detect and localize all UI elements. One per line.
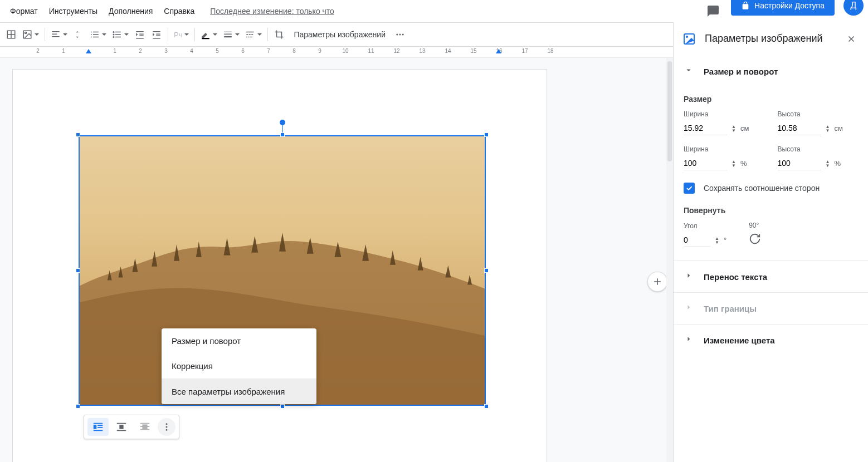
height-pct-input[interactable]: [778, 156, 821, 170]
rotate-90-button[interactable]: [749, 237, 761, 247]
sidebar-title: Параметры изображений: [705, 33, 835, 45]
resize-handle-tl[interactable]: [76, 132, 80, 137]
ruler-tick: 17: [521, 48, 528, 54]
width-cm-input[interactable]: [684, 121, 727, 135]
svg-point-2: [25, 32, 27, 34]
image-options-button[interactable]: Параметры изображений: [288, 30, 391, 39]
chevron-right-icon: [684, 302, 694, 314]
scrollbar-thumb[interactable]: [667, 61, 672, 161]
svg-point-3: [113, 31, 115, 33]
insert-image-button[interactable]: [20, 26, 41, 43]
height-pct-label: Высота: [778, 145, 859, 153]
popup-size-rotate[interactable]: Размер и поворот: [162, 328, 316, 353]
angle-stepper[interactable]: ▲▼: [715, 237, 719, 244]
add-comment-button[interactable]: [647, 272, 667, 292]
document-canvas[interactable]: [0, 58, 673, 462]
resize-handle-ml[interactable]: [76, 268, 80, 273]
lock-aspect-checkbox-row[interactable]: Сохранять соотношение сторон: [684, 183, 858, 194]
image-options-sidebar: Параметры изображений Размер и поворот Р…: [673, 22, 868, 462]
lock-aspect-checkbox[interactable]: [684, 183, 695, 194]
border-style-button[interactable]: [243, 26, 264, 43]
resize-handle-mt[interactable]: [280, 132, 285, 137]
height-cm-stepper[interactable]: ▲▼: [826, 125, 830, 132]
rotate-handle-line: [282, 125, 283, 133]
menu-tools[interactable]: Инструменты: [43, 3, 103, 19]
unit-pct-2: %: [834, 159, 841, 168]
clear-format-button[interactable]: Рч: [172, 26, 191, 43]
lock-aspect-label: Сохранять соотношение сторон: [704, 184, 820, 193]
chevron-right-icon: [684, 271, 694, 283]
resize-handle-br[interactable]: [484, 404, 489, 409]
close-icon: [846, 34, 856, 44]
unit-pct: %: [740, 159, 747, 168]
comments-icon[interactable]: [703, 1, 723, 21]
plus-icon: [652, 276, 663, 287]
size-heading: Размер: [684, 95, 858, 104]
image-wrap-toolbar: [84, 415, 179, 439]
wrap-behind-button[interactable]: [134, 418, 155, 436]
ninety-label: 90°: [749, 222, 761, 229]
resize-handle-tr[interactable]: [484, 132, 489, 137]
section-recolor-header[interactable]: Изменение цвета: [674, 325, 868, 356]
ruler-tick: 7: [267, 48, 270, 54]
rotate-handle[interactable]: [280, 120, 285, 125]
width-label: Ширина: [684, 110, 764, 118]
insert-table-button[interactable]: [3, 26, 19, 43]
border-weight-button[interactable]: [221, 26, 242, 43]
chevron-right-icon: [684, 334, 694, 346]
decrease-indent-button[interactable]: [132, 26, 148, 43]
menu-bar: Формат Инструменты Дополнения Справка По…: [0, 0, 868, 22]
svg-point-7: [396, 34, 398, 36]
popup-all-options[interactable]: Все параметры изображения: [162, 379, 316, 404]
section-size-rotate-label: Размер и поворот: [704, 67, 778, 76]
increase-indent-button[interactable]: [149, 26, 164, 43]
numbered-list-button[interactable]: [87, 26, 109, 43]
align-button[interactable]: [48, 26, 70, 43]
image-icon: [682, 32, 696, 46]
wrap-inline-button[interactable]: [87, 418, 109, 436]
resize-handle-bl[interactable]: [76, 404, 80, 409]
right-indent-marker[interactable]: [496, 49, 501, 53]
menu-addons[interactable]: Дополнения: [103, 3, 158, 19]
last-edit-link[interactable]: Последнее изменение: только что: [210, 7, 334, 16]
wrap-more-button[interactable]: [158, 418, 175, 436]
left-indent-marker[interactable]: [86, 49, 91, 53]
ruler-tick: 18: [547, 48, 553, 54]
svg-rect-6: [202, 38, 210, 39]
line-spacing-button[interactable]: [71, 26, 86, 43]
width-pct-stepper[interactable]: ▲▼: [732, 160, 736, 168]
ruler-tick: 1: [113, 48, 116, 54]
bulleted-list-button[interactable]: [110, 26, 131, 43]
share-button[interactable]: Настройки Доступа: [731, 0, 835, 16]
ruler-tick: 1: [62, 48, 65, 54]
border-color-button[interactable]: [198, 26, 220, 43]
check-icon: [685, 184, 693, 192]
menu-help[interactable]: Справка: [158, 3, 200, 19]
close-sidebar-button[interactable]: [843, 31, 859, 47]
angle-label: Угол: [684, 222, 726, 230]
section-size-rotate-header[interactable]: Размер и поворот: [674, 56, 868, 87]
account-avatar[interactable]: Д: [843, 0, 864, 16]
popup-adjustments[interactable]: Коррекция: [162, 353, 316, 379]
unit-cm-2: см: [834, 124, 842, 132]
svg-point-9: [402, 34, 404, 36]
resize-handle-mb[interactable]: [280, 404, 285, 409]
rotate-heading: Повернуть: [684, 206, 858, 215]
section-border-type-label: Тип границы: [704, 304, 757, 313]
ruler-tick: 10: [342, 48, 348, 54]
wrap-break-button[interactable]: [111, 418, 132, 436]
section-text-wrap-header[interactable]: Перенос текста: [674, 261, 868, 292]
more-toolbar-button[interactable]: [392, 26, 408, 43]
menu-format[interactable]: Формат: [4, 3, 43, 19]
lock-icon: [741, 1, 750, 10]
vertical-scrollbar[interactable]: [666, 58, 673, 462]
height-pct-stepper[interactable]: ▲▼: [826, 160, 830, 168]
crop-button[interactable]: [271, 26, 287, 43]
height-cm-input[interactable]: [778, 121, 821, 135]
width-cm-stepper[interactable]: ▲▼: [732, 125, 736, 132]
width-pct-input[interactable]: [684, 156, 727, 170]
angle-unit: °: [724, 236, 726, 244]
section-border-type-header[interactable]: Тип границы: [674, 293, 868, 324]
resize-handle-mr[interactable]: [484, 268, 489, 273]
angle-input[interactable]: [684, 233, 710, 247]
